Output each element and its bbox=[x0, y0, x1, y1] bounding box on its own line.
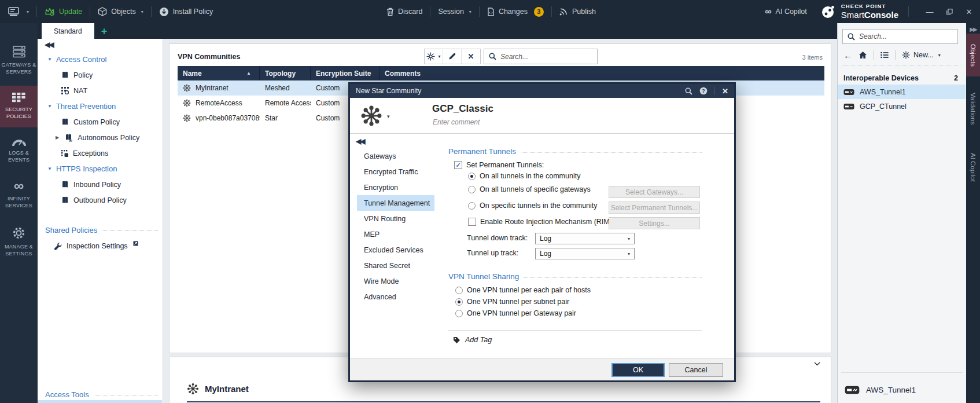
radio-selected-icon bbox=[468, 173, 476, 180]
add-tag-button[interactable]: Add Tag bbox=[453, 336, 492, 344]
nav-item-inspection-settings[interactable]: Inspection Settings bbox=[38, 238, 163, 254]
ok-button[interactable]: OK bbox=[611, 363, 665, 377]
column-header-encryption-suite[interactable]: Encryption Suite bbox=[311, 66, 380, 80]
new-star-community-dialog: New Star Community ? ✕ ▾ GCP_Classic Ent… bbox=[348, 82, 736, 382]
rail-manage-settings[interactable]: MANAGE & SETTINGS bbox=[0, 220, 38, 264]
side-tab-ai-copilot[interactable]: AI Copilot bbox=[966, 141, 980, 193]
cancel-button[interactable]: Cancel bbox=[669, 363, 723, 377]
nav-section-access-control[interactable]: ▼ Access Control bbox=[38, 52, 163, 67]
edit-community-button[interactable] bbox=[443, 49, 462, 64]
column-header-name[interactable]: Name ▲ bbox=[178, 66, 260, 80]
list-view-icon[interactable] bbox=[880, 52, 889, 58]
star-community-icon bbox=[187, 383, 199, 395]
home-icon[interactable] bbox=[859, 51, 867, 59]
object-item-gcp-ctunnel[interactable]: GCP_CTunnel bbox=[838, 99, 966, 113]
exceptions-grid-icon bbox=[61, 150, 68, 157]
radio-tunnel-per-host-pair[interactable]: One VPN tunnel per each pair of hosts bbox=[455, 286, 591, 294]
menu-item-shared-secret[interactable]: Shared Secret bbox=[357, 258, 434, 273]
menu-item-mep[interactable]: MEP bbox=[357, 226, 434, 242]
expand-panel-icon[interactable]: ▶▶ bbox=[966, 26, 980, 32]
discard-button[interactable]: Discard bbox=[386, 8, 422, 16]
radio-specific-gateways[interactable]: On all tunnels of specific gateways bbox=[468, 185, 591, 193]
install-policy-button[interactable]: Install Policy bbox=[159, 7, 213, 17]
session-button[interactable]: Session ▾ bbox=[438, 8, 471, 16]
menu-item-excluded-services[interactable]: Excluded Services bbox=[357, 242, 434, 258]
maximize-button[interactable] bbox=[945, 8, 953, 16]
nav-item-inbound-policy[interactable]: Inbound Policy bbox=[38, 177, 163, 192]
menu-item-wire-mode[interactable]: Wire Mode bbox=[357, 273, 434, 289]
select-permanent-tunnels-button[interactable]: Select Permanent Tunnels... bbox=[609, 201, 700, 214]
app-menu-button[interactable]: ▾ bbox=[8, 7, 29, 17]
ai-copilot-button[interactable]: ∞ AI Copilot bbox=[765, 6, 807, 17]
radio-all-tunnels[interactable]: On all tunnels in the community bbox=[468, 172, 580, 180]
radio-tunnel-per-gateway-pair[interactable]: One VPN tunnel per Gateway pair bbox=[455, 309, 576, 317]
new-community-button[interactable]: ▾ bbox=[425, 49, 443, 64]
help-icon[interactable]: ? bbox=[699, 87, 708, 95]
search-icon[interactable] bbox=[685, 87, 692, 95]
new-tab-button[interactable]: + bbox=[101, 26, 108, 36]
close-window-button[interactable]: ✕ bbox=[965, 8, 973, 16]
rail-infinity-services[interactable]: ∞ INFINITY SERVICES bbox=[0, 174, 38, 217]
collapse-panel-icon[interactable]: ◀◀ bbox=[45, 41, 53, 49]
rail-logs-events[interactable]: LOGS & EVENTS bbox=[0, 131, 38, 170]
menu-item-advanced[interactable]: Advanced bbox=[357, 289, 434, 305]
brand-smart: Smart bbox=[841, 10, 864, 20]
menu-item-tunnel-management[interactable]: Tunnel Management bbox=[357, 195, 434, 211]
dialog-body: ◀◀ Gateways Encrypted Traffic Encryption… bbox=[350, 134, 734, 358]
objects-menu-button[interactable]: Objects ▾ bbox=[98, 7, 143, 16]
objects-search-input[interactable] bbox=[859, 32, 953, 41]
cell-encryption: Custom bbox=[316, 84, 340, 92]
star-community-icon[interactable] bbox=[360, 105, 382, 127]
triangle-right-icon[interactable]: ▶ bbox=[56, 135, 59, 140]
nav-item-outbound-policy[interactable]: Outbound Policy bbox=[38, 192, 163, 208]
set-permanent-tunnels-checkbox[interactable]: ✓ Set Permanent Tunnels: bbox=[454, 161, 544, 169]
collapse-details-icon[interactable] bbox=[814, 362, 820, 366]
nav-item-autonomous-policy[interactable]: ▶ Autonomous Policy bbox=[38, 130, 163, 145]
changes-button[interactable]: Changes 3 bbox=[487, 7, 544, 17]
tunnel-up-track-select[interactable]: Log ▾ bbox=[535, 248, 635, 259]
select-gateways-button[interactable]: Select Gateways... bbox=[609, 186, 700, 198]
dotted-divider bbox=[521, 152, 702, 153]
rim-settings-button[interactable]: Settings... bbox=[609, 217, 700, 229]
rail-gateways-servers[interactable]: GATEWAYS & SERVERS bbox=[0, 39, 38, 82]
nav-section-label: Threat Prevention bbox=[56, 102, 116, 111]
nav-item-custom-policy[interactable]: Custom Policy bbox=[38, 114, 163, 130]
ai-copilot-label: AI Copilot bbox=[776, 8, 807, 16]
chevron-down-icon[interactable]: ▾ bbox=[387, 113, 390, 119]
rail-security-policies[interactable]: SECURITY POLICIES bbox=[0, 86, 38, 127]
object-item-aws-tunnel1[interactable]: AWS_Tunnel1 bbox=[838, 85, 966, 99]
gear-icon bbox=[1, 226, 36, 240]
minimize-button[interactable]: — bbox=[926, 8, 934, 16]
rim-checkbox[interactable]: Enable Route Injection Mechanism (RIM) bbox=[468, 218, 612, 226]
nav-section-threat-prevention[interactable]: ▼ Threat Prevention bbox=[38, 98, 163, 114]
dialog-titlebar[interactable]: New Star Community ? ✕ bbox=[350, 84, 734, 98]
delete-community-button[interactable]: ✕ bbox=[462, 49, 480, 64]
nav-item-nat[interactable]: NAT bbox=[38, 83, 163, 98]
column-header-comments[interactable]: Comments bbox=[380, 66, 824, 80]
object-preview[interactable]: AWS_Tunnel1 bbox=[845, 385, 916, 395]
tunnel-down-track-select[interactable]: Log ▾ bbox=[535, 233, 635, 244]
publish-button[interactable]: Publish bbox=[559, 8, 596, 16]
menu-item-encryption[interactable]: Encryption bbox=[357, 179, 434, 195]
new-object-button[interactable]: New... ▾ bbox=[902, 51, 941, 59]
column-header-topology[interactable]: Topology bbox=[260, 66, 311, 80]
side-tab-validations[interactable]: Validations bbox=[966, 81, 980, 137]
menu-item-gateways[interactable]: Gateways bbox=[357, 148, 434, 164]
collapse-menu-icon[interactable]: ◀◀ bbox=[356, 137, 364, 145]
menu-item-encrypted-traffic[interactable]: Encrypted Traffic bbox=[357, 164, 434, 179]
radio-tunnel-per-subnet-pair[interactable]: One VPN tunnel per subnet pair bbox=[455, 298, 569, 306]
update-button[interactable]: Update bbox=[45, 7, 82, 16]
close-dialog-button[interactable]: ✕ bbox=[722, 87, 728, 96]
nav-item-policy[interactable]: Policy bbox=[38, 67, 163, 83]
community-name-field[interactable]: GCP_Classic bbox=[432, 103, 493, 115]
nav-item-label: Policy bbox=[73, 71, 93, 79]
comment-field[interactable]: Enter comment bbox=[433, 118, 480, 126]
nav-item-exceptions[interactable]: Exceptions bbox=[38, 145, 163, 161]
side-tab-objects[interactable]: Objects bbox=[966, 34, 980, 76]
radio-specific-tunnels[interactable]: On specific tunnels in the community bbox=[468, 201, 598, 210]
back-arrow-icon[interactable]: ← bbox=[843, 50, 852, 60]
search-input[interactable] bbox=[500, 53, 592, 61]
tab-standard[interactable]: Standard bbox=[42, 23, 94, 39]
nav-section-https-inspection[interactable]: ▼ HTTPS Inspection bbox=[38, 161, 163, 177]
menu-item-vpn-routing[interactable]: VPN Routing bbox=[357, 211, 434, 226]
